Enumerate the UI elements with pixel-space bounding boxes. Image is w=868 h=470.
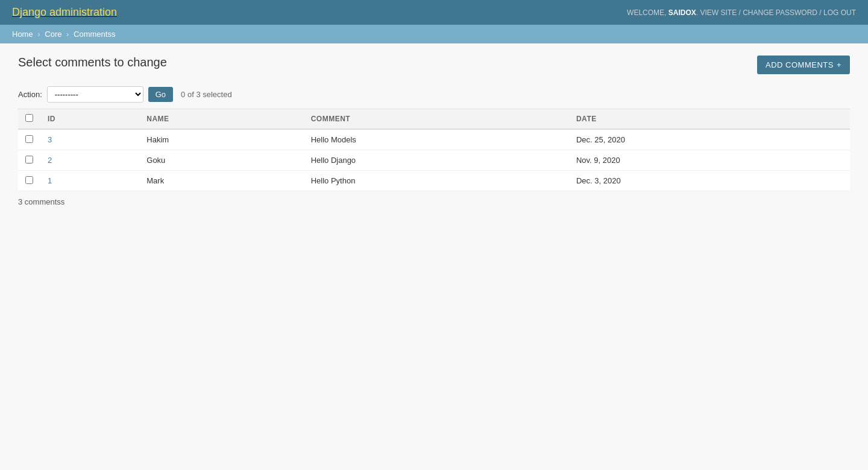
action-bar: Action: --------- Go 0 of 3 selected [18, 86, 850, 103]
row-id-link[interactable]: 1 [48, 176, 52, 185]
logout-link[interactable]: LOG OUT [823, 8, 856, 17]
cell-name: Goku [139, 150, 303, 171]
user-info: WELCOME, SAIDOX. VIEW SITE / CHANGE PASS… [627, 8, 856, 17]
row-id-link[interactable]: 2 [48, 156, 52, 165]
table-header: ID NAME COMMENT DATE [18, 109, 850, 130]
cell-id: 3 [40, 129, 139, 150]
select-all-checkbox[interactable] [25, 114, 33, 122]
row-checkbox-cell [18, 150, 40, 171]
cell-id: 1 [40, 171, 139, 191]
content-header: Select comments to change ADD COMMENTS + [18, 56, 850, 74]
table-row: 1MarkHello PythonDec. 3, 2020 [18, 171, 850, 191]
breadcrumb-section[interactable]: Core [45, 30, 61, 39]
brand-link[interactable]: Django administration [12, 6, 117, 19]
selected-count: 0 of 3 selected [181, 90, 232, 99]
breadcrumb: Home › Core › Commentss [0, 25, 868, 43]
action-select[interactable]: --------- [47, 86, 143, 103]
row-id-link[interactable]: 3 [48, 135, 52, 144]
cell-name: Hakim [139, 129, 303, 150]
table-row: 2GokuHello DjangoNov. 9, 2020 [18, 150, 850, 171]
cell-date: Nov. 9, 2020 [569, 150, 850, 171]
add-button-icon: + [837, 60, 841, 69]
add-comments-button[interactable]: ADD COMMENTS + [757, 56, 850, 74]
result-count: 3 commentss [18, 191, 850, 212]
page-title: Select comments to change [18, 56, 167, 69]
table-header-row: ID NAME COMMENT DATE [18, 109, 850, 130]
col-header-id: ID [40, 109, 139, 130]
cell-id: 2 [40, 150, 139, 171]
go-button[interactable]: Go [148, 87, 173, 102]
row-checkbox[interactable] [25, 156, 33, 164]
row-checkbox[interactable] [25, 135, 33, 143]
breadcrumb-sep2: › [66, 30, 71, 39]
view-site-link[interactable]: VIEW SITE [700, 8, 737, 17]
sep3: / [819, 8, 823, 17]
breadcrumb-home[interactable]: Home [12, 30, 33, 39]
row-checkbox[interactable] [25, 176, 33, 184]
site-header: Django administration WELCOME, SAIDOX. V… [0, 0, 868, 25]
cell-comment: Hello Django [304, 150, 569, 171]
col-header-date: DATE [569, 109, 850, 130]
table-row: 3HakimHello ModelsDec. 25, 2020 [18, 129, 850, 150]
cell-name: Mark [139, 171, 303, 191]
row-checkbox-cell [18, 129, 40, 150]
main-content: Select comments to change ADD COMMENTS +… [0, 43, 868, 224]
select-all-header [18, 109, 40, 130]
breadcrumb-sep1: › [37, 30, 42, 39]
table-body: 3HakimHello ModelsDec. 25, 20202GokuHell… [18, 129, 850, 191]
results-table: ID NAME COMMENT DATE 3HakimHello ModelsD… [18, 109, 850, 191]
change-password-link[interactable]: CHANGE PASSWORD [743, 8, 817, 17]
col-header-name: NAME [139, 109, 303, 130]
welcome-prefix: WELCOME, [627, 8, 668, 17]
breadcrumb-current: Commentss [74, 30, 115, 39]
cell-comment: Hello Models [304, 129, 569, 150]
cell-comment: Hello Python [304, 171, 569, 191]
row-checkbox-cell [18, 171, 40, 191]
cell-date: Dec. 3, 2020 [569, 171, 850, 191]
brand-title: Django administration [12, 6, 117, 18]
add-button-label: ADD COMMENTS [766, 60, 834, 69]
action-label: Action: [18, 90, 42, 99]
cell-date: Dec. 25, 2020 [569, 129, 850, 150]
username: SAIDOX [668, 8, 696, 17]
col-header-comment: COMMENT [304, 109, 569, 130]
